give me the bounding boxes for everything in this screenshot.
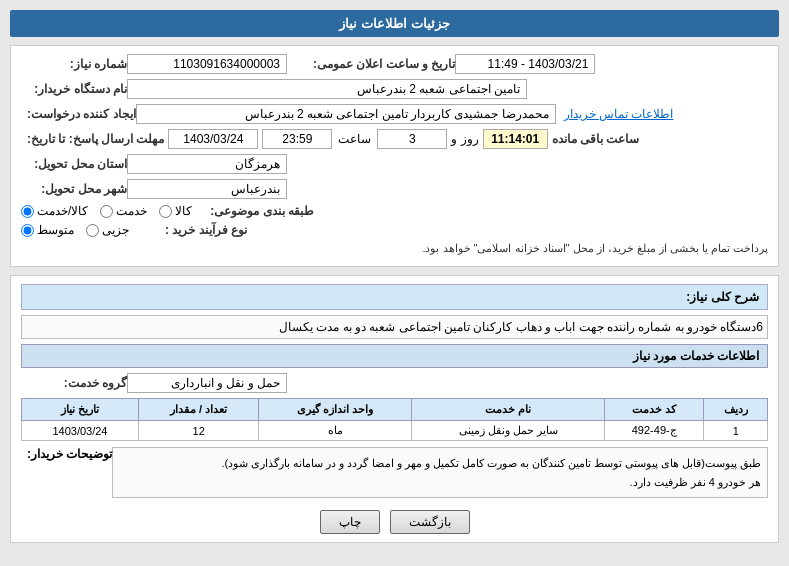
- radio-motavasset[interactable]: [21, 224, 34, 237]
- buyer-notes-label: توضیحات خریدار:: [27, 447, 112, 461]
- buyer-notes-line1: طبق پیوست(قابل های پیوستی توسط تامین کنن…: [119, 454, 761, 473]
- radio-kala-label: کالا: [175, 204, 192, 218]
- mohlat-remaining-label: ساعت باقی مانده: [552, 132, 640, 146]
- ijad-konande-label: ایجاد کننده درخواست:: [27, 107, 136, 121]
- ostan-value: هرمزگان: [127, 154, 287, 174]
- radio-kala[interactable]: [159, 205, 172, 218]
- radio-kala-khadmat[interactable]: [21, 205, 34, 218]
- radio-kala-khadmat-item[interactable]: کالا/خدمت: [21, 204, 88, 218]
- tarikh-value: 1403/03/21 - 11:49: [455, 54, 595, 74]
- col-tarikh: تاریخ نیاز: [22, 399, 139, 421]
- services-table: ردیف کد خدمت نام خدمت واحد اندازه گیری ت…: [21, 398, 768, 441]
- nam-dastgah-label: نام دستگاه خریدار:: [27, 82, 127, 96]
- ittilaat-link[interactable]: اطلاعات تماس خریدار: [564, 107, 674, 121]
- mohlat-remaining-value: 11:14:01: [483, 129, 548, 149]
- col-radif: ردیف: [704, 399, 768, 421]
- radio-motavasset-item[interactable]: متوسط: [21, 223, 74, 237]
- radio-jozii-label: جزیی: [102, 223, 129, 237]
- goroh-value: حمل و نقل و انبارداری: [127, 373, 287, 393]
- tabagheh-label: طبقه بندی موضوعی:: [210, 204, 314, 218]
- buyer-notes-box: طبق پیوست(قابل های پیوستی توسط تامین کنن…: [112, 447, 768, 498]
- ostan-label: استان محل تحویل:: [27, 157, 127, 171]
- shahr-label: شهر محل تحویل:: [27, 182, 127, 196]
- noe-farayand-label: نوع فرآیند خرید :: [147, 223, 247, 237]
- day-label: روز و: [451, 132, 478, 146]
- radio-kala-item[interactable]: کالا: [159, 204, 192, 218]
- saet-label: ساعت: [338, 132, 371, 146]
- table-row: 1ج-49-492سایر حمل ونقل زمینیماه121403/03…: [22, 421, 768, 441]
- col-kodkhadmat: کد خدمت: [604, 399, 704, 421]
- sharh-koli-label: شرح کلی نیاز:: [21, 284, 768, 310]
- radio-kala-khadmat-label: کالا/خدمت: [37, 204, 88, 218]
- ijad-konande-value: محمدرضا جمشیدی کاربردار تامین اجتماعی شع…: [136, 104, 556, 124]
- mohlat-date: 1403/03/24: [168, 129, 258, 149]
- radio-khadmat[interactable]: [100, 205, 113, 218]
- radio-khadmat-item[interactable]: خدمت: [100, 204, 147, 218]
- print-button[interactable]: چاپ: [320, 510, 380, 534]
- mohlat-label: مهلت ارسال پاسخ: تا تاریخ:: [27, 132, 164, 146]
- back-button[interactable]: بازگشت: [390, 510, 470, 534]
- buyer-notes-line2: هر خودرو 4 نفر ظرفیت دارد.: [119, 473, 761, 492]
- nam-dastgah-value: تامین اجتماعی شعبه 2 بندرعباس: [127, 79, 527, 99]
- mohlat-time: 23:59: [262, 129, 332, 149]
- goroh-label: گروه خدمت:: [27, 376, 127, 390]
- mohlat-day-value: 3: [377, 129, 447, 149]
- col-vahed: واحد اندازه گیری: [259, 399, 412, 421]
- tarikh-label: تاریخ و ساعت اعلان عمومی:: [313, 57, 455, 71]
- radio-jozii[interactable]: [86, 224, 99, 237]
- radio-jozii-item[interactable]: جزیی: [86, 223, 129, 237]
- payment-note: پرداخت تمام یا بخشی از مبلغ خرید، از محل…: [21, 242, 768, 255]
- radio-motavasset-label: متوسط: [37, 223, 74, 237]
- khadamat-label: اطلاعات خدمات مورد نیاز: [21, 344, 768, 368]
- sharh-koli-value: 6دستگاه خودرو به شماره راننده جهت اباب و…: [21, 315, 768, 339]
- shahr-value: بندرعباس: [127, 179, 287, 199]
- col-namkhadmat: نام خدمت: [412, 399, 605, 421]
- shomare-niaz-label: شماره نیاز:: [27, 57, 127, 71]
- page-title: جزئیات اطلاعات نیاز: [10, 10, 779, 37]
- shomare-niaz-value: 1103091634000003: [127, 54, 287, 74]
- col-tedad: تعداد / مقدار: [138, 399, 258, 421]
- radio-khadmat-label: خدمت: [116, 204, 147, 218]
